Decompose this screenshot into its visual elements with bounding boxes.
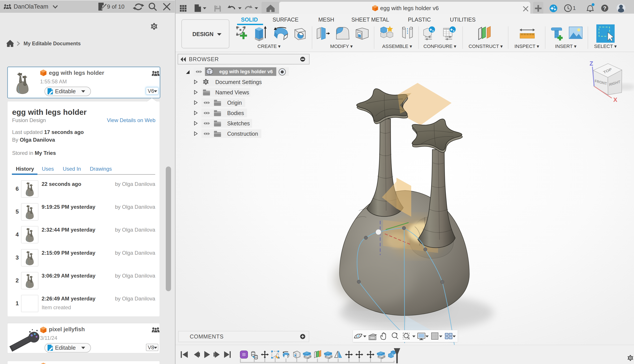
svg-text:X: X — [613, 96, 617, 103]
svg-text:Z: Z — [589, 60, 593, 67]
